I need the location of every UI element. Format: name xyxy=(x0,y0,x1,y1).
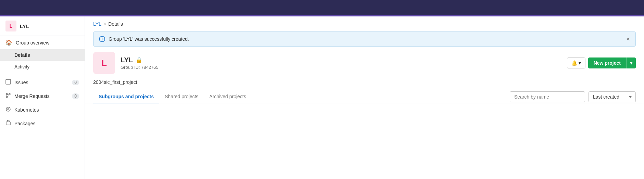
main-content: LYL > Details i Group 'LYL' was successf… xyxy=(85,16,644,179)
bell-dropdown-icon: ▾ xyxy=(579,60,581,66)
new-project-button[interactable]: New project ▾ xyxy=(588,57,636,68)
home-icon: 🏠 xyxy=(5,39,12,46)
sidebar-details-label: Details xyxy=(14,52,30,58)
search-input[interactable] xyxy=(510,91,585,102)
svg-point-1 xyxy=(6,93,8,95)
sidebar-group-avatar: L xyxy=(5,21,16,31)
sidebar-item-kubernetes[interactable]: Kubernetes xyxy=(0,103,85,117)
breadcrumb: LYL > Details xyxy=(85,16,644,31)
issues-badge: 0 xyxy=(72,80,79,85)
bell-button[interactable]: 🔔 ▾ xyxy=(567,57,585,68)
svg-point-2 xyxy=(6,96,8,98)
info-icon: i xyxy=(99,36,105,42)
issues-icon xyxy=(5,79,11,86)
new-project-label: New project xyxy=(588,57,626,68)
alert-message: Group 'LYL' was successfully created. xyxy=(109,36,189,42)
breadcrumb-parent[interactable]: LYL xyxy=(93,21,101,27)
merge-requests-icon xyxy=(5,93,11,100)
group-header-row: L LYL 🔒 Group ID: 7842765 🔔 ▾ New projec… xyxy=(85,52,644,79)
breadcrumb-current: Details xyxy=(108,21,123,27)
alert-left: i Group 'LYL' was successfully created. xyxy=(99,36,189,42)
sort-select[interactable]: Last created Name Last updated Oldest cr… xyxy=(589,91,636,102)
group-title: LYL 🔒 xyxy=(121,56,159,64)
sidebar-item-activity[interactable]: Activity xyxy=(0,61,85,73)
sidebar-activity-label: Activity xyxy=(14,64,29,69)
tabs-right: Last created Name Last updated Oldest cr… xyxy=(510,91,636,102)
tab-subgroups-projects[interactable]: Subgroups and projects xyxy=(93,90,159,103)
svg-rect-0 xyxy=(6,79,11,84)
svg-point-4 xyxy=(6,107,10,111)
svg-rect-6 xyxy=(6,122,10,125)
merge-requests-badge: 0 xyxy=(72,93,79,99)
sidebar-issues-label: Issues xyxy=(14,80,69,85)
group-title-block: LYL 🔒 Group ID: 7842765 xyxy=(121,56,159,70)
group-avatar-large: L xyxy=(93,52,115,74)
kubernetes-icon xyxy=(5,106,11,113)
breadcrumb-separator: > xyxy=(103,21,106,27)
sidebar: L LYL 🏠 Group overview Details Activity … xyxy=(0,16,85,179)
sidebar-group-header[interactable]: L LYL xyxy=(0,16,85,36)
alert-banner: i Group 'LYL' was successfully created. … xyxy=(93,31,636,47)
tabs-left: Subgroups and projects Shared projects A… xyxy=(93,90,251,103)
svg-point-5 xyxy=(8,108,9,110)
sidebar-packages-label: Packages xyxy=(14,121,35,126)
new-project-dropdown-icon[interactable]: ▾ xyxy=(626,57,636,68)
lock-icon: 🔒 xyxy=(136,57,143,63)
packages-icon xyxy=(5,120,11,127)
bell-icon: 🔔 xyxy=(571,60,577,66)
sidebar-group-overview-label: Group overview xyxy=(16,40,49,46)
tab-archived-projects[interactable]: Archived projects xyxy=(204,90,251,103)
sidebar-item-group-overview[interactable]: 🏠 Group overview xyxy=(0,36,85,49)
sidebar-merge-requests-label: Merge Requests xyxy=(14,93,69,99)
group-header-left: L LYL 🔒 Group ID: 7842765 xyxy=(93,52,159,74)
sidebar-divider-1 xyxy=(0,74,85,74)
group-id: Group ID: 7842765 xyxy=(121,65,159,70)
tabs-row: Subgroups and projects Shared projects A… xyxy=(85,90,644,103)
sidebar-group-name: LYL xyxy=(20,23,29,29)
sidebar-kubernetes-label: Kubernetes xyxy=(14,107,39,113)
top-navigation-bar xyxy=(0,0,644,16)
tab-shared-projects[interactable]: Shared projects xyxy=(159,90,204,103)
group-header-actions: 🔔 ▾ New project ▾ xyxy=(567,57,636,68)
sidebar-item-issues[interactable]: Issues 0 xyxy=(0,76,85,89)
sidebar-item-details[interactable]: Details xyxy=(0,49,85,61)
sidebar-item-packages[interactable]: Packages xyxy=(0,117,85,130)
sidebar-item-merge-requests[interactable]: Merge Requests 0 xyxy=(0,89,85,103)
alert-close-button[interactable]: × xyxy=(626,36,630,42)
project-path: 2004sic_first_project xyxy=(85,79,644,90)
